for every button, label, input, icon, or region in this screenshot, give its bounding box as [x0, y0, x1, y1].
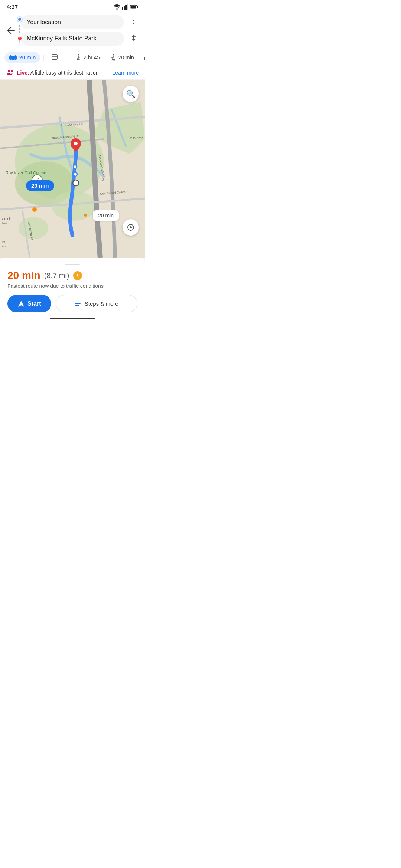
- svg-text:Roy Kizer Golf Course: Roy Kizer Golf Course: [6, 171, 46, 175]
- warning-icon: !: [73, 271, 82, 280]
- steps-icon: [75, 301, 82, 306]
- svg-marker-61: [18, 301, 24, 307]
- more-button[interactable]: ⋮: [127, 16, 140, 30]
- home-indicator: [50, 318, 95, 319]
- swap-button[interactable]: [127, 31, 140, 45]
- svg-text:belt: belt: [2, 221, 7, 225]
- svg-point-20: [144, 57, 145, 60]
- origin-input[interactable]: Your location: [21, 15, 124, 29]
- route-duration: 20 min: [7, 270, 40, 282]
- transport-tabs: 20 min | — 2 hr 45 20 min: [0, 49, 145, 66]
- svg-point-9: [10, 59, 12, 61]
- search-inputs: 📍 Your location McKinney Falls State Par…: [21, 15, 124, 46]
- steps-label: Steps & more: [85, 300, 118, 307]
- map-search-button[interactable]: 🔍: [123, 86, 139, 102]
- live-label: Live:: [17, 70, 29, 76]
- tab-walk-label: 2 hr 45: [84, 55, 100, 60]
- route-distance: (8.7 mi): [44, 272, 69, 280]
- start-button[interactable]: Start: [7, 295, 51, 312]
- svg-rect-11: [52, 55, 57, 59]
- svg-rect-1: [122, 7, 123, 10]
- tab-separator: |: [42, 54, 45, 62]
- svg-point-36: [74, 172, 77, 176]
- navigation-icon: [18, 300, 25, 307]
- map-time-badge-white: 20 min: [93, 210, 119, 221]
- svg-point-0: [116, 8, 118, 10]
- svg-point-18: [113, 54, 114, 55]
- svg-rect-7: [131, 6, 136, 8]
- learn-more-link[interactable]: Learn more: [112, 70, 139, 76]
- map-badge-blue-text: 20 min: [31, 183, 49, 189]
- map-badge-white-text: 20 min: [98, 213, 114, 218]
- svg-point-17: [78, 54, 79, 55]
- svg-point-50: [84, 214, 87, 217]
- live-left: Live: A little busy at this destination: [6, 70, 98, 76]
- map-search-icon: 🔍: [126, 89, 136, 98]
- route-subtitle: Fastest route now due to traffic conditi…: [7, 283, 137, 289]
- bottom-sheet: 20 min (8.7 mi) ! Fastest route now due …: [0, 258, 145, 327]
- origin-value: Your location: [27, 19, 61, 26]
- map-container[interactable]: E Stassney Ln Nuckols Crossing Rd Dee Ga…: [0, 80, 145, 258]
- battery-icon: [130, 5, 138, 9]
- wifi-icon: [114, 4, 120, 10]
- location-crosshair-icon: [127, 223, 135, 231]
- live-banner: Live: A little busy at this destination …: [0, 66, 145, 80]
- status-bar: 4:37: [0, 0, 145, 12]
- svg-rect-2: [124, 6, 125, 10]
- more-icon: ⋮: [130, 19, 137, 27]
- tab-accessible[interactable]: 20 min: [106, 52, 138, 63]
- svg-point-37: [73, 180, 79, 186]
- tab-drive[interactable]: 20 min: [4, 52, 40, 63]
- route-line: [19, 25, 20, 33]
- destination-input[interactable]: McKinney Falls State Park: [21, 32, 124, 46]
- svg-text:an: an: [2, 244, 6, 248]
- status-icons: [114, 4, 138, 10]
- svg-rect-4: [127, 4, 128, 10]
- svg-point-56: [130, 226, 132, 228]
- svg-point-35: [73, 165, 77, 169]
- tab-transit-label: —: [61, 55, 66, 60]
- live-message: A little busy at this destination: [29, 70, 99, 76]
- svg-point-19: [113, 59, 115, 61]
- start-label: Start: [27, 300, 41, 307]
- tab-drive-label: 20 min: [19, 55, 36, 60]
- tab-transit[interactable]: —: [46, 52, 70, 63]
- map-time-badge-blue: 20 min: [26, 180, 54, 191]
- svg-text:Creek: Creek: [2, 217, 11, 221]
- header-row: 📍 Your location McKinney Falls State Par…: [4, 15, 140, 46]
- svg-point-24: [11, 70, 13, 72]
- svg-point-10: [14, 59, 16, 61]
- steps-more-button[interactable]: Steps & more: [56, 295, 137, 312]
- route-time: 20 min (8.7 mi) !: [7, 270, 137, 282]
- bottom-sheet-handle: [65, 264, 80, 265]
- live-text: Live: A little busy at this destination: [17, 70, 98, 76]
- svg-rect-6: [137, 6, 138, 8]
- status-time: 4:37: [7, 4, 18, 10]
- signal-icon: [122, 4, 128, 10]
- svg-text:ek: ek: [2, 240, 6, 244]
- map-location-button[interactable]: [123, 219, 139, 236]
- svg-point-48: [74, 142, 78, 145]
- tab-accessible-label: 20 min: [118, 55, 134, 60]
- svg-point-23: [8, 70, 10, 72]
- tab-walk[interactable]: 2 hr 45: [72, 52, 104, 63]
- header: 📍 Your location McKinney Falls State Par…: [0, 12, 145, 49]
- destination-value: McKinney Falls State Park: [27, 35, 97, 42]
- people-icon: [6, 70, 14, 76]
- tab-bike[interactable]: 4: [140, 52, 145, 63]
- back-button[interactable]: [4, 24, 18, 37]
- action-buttons: Start Steps & more: [7, 295, 137, 312]
- svg-point-49: [32, 207, 37, 212]
- svg-rect-3: [125, 5, 127, 10]
